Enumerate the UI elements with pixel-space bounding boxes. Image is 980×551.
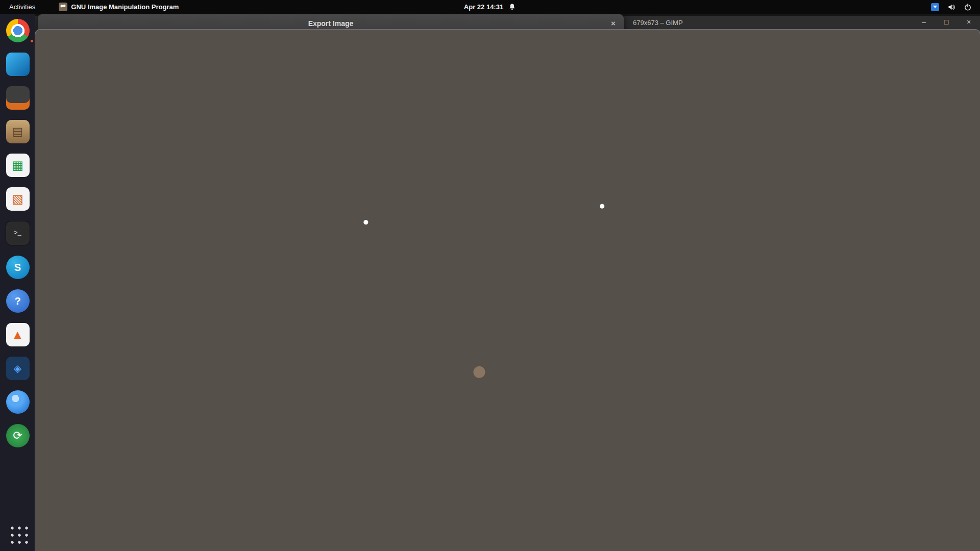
system-tray — [931, 3, 980, 11]
terminal-icon[interactable]: >_ — [6, 221, 30, 245]
clock-label: Apr 22 14:31 — [464, 3, 503, 11]
chromium-browser-icon[interactable] — [6, 390, 30, 414]
libreoffice-impress-icon[interactable]: ▧ — [6, 187, 30, 211]
screen-share-icon[interactable] — [931, 3, 939, 11]
chrome-browser-icon[interactable] — [6, 19, 30, 42]
close-icon[interactable]: × — [607, 17, 619, 29]
gimp-mini-icon — [59, 3, 67, 11]
focused-app-title: GNU Image Manipulation Program — [71, 3, 179, 11]
dock: ▤ ▦ ▧ >_ S ? ▲ ◈ ⟳ — [0, 14, 35, 551]
software-updater-icon[interactable]: ⟳ — [6, 424, 30, 447]
vscode-icon[interactable] — [6, 53, 30, 76]
app-glyph: ▦ — [12, 158, 23, 172]
screen: Activities GNU Image Manipulation Progra… — [0, 0, 980, 551]
app-glyph: ▤ — [12, 125, 23, 138]
app-glyph: >_ — [14, 230, 21, 237]
volume-icon[interactable] — [947, 3, 955, 11]
minimize-button[interactable]: – — [919, 18, 929, 26]
libreoffice-calc-icon[interactable]: ▦ — [6, 154, 30, 177]
help-icon[interactable]: ? — [6, 289, 30, 313]
app-glyph: ▧ — [12, 192, 23, 206]
activities-button[interactable]: Activities — [0, 3, 44, 11]
app-grid-button[interactable] — [8, 523, 28, 544]
close-button[interactable]: × — [964, 18, 974, 26]
vlc-icon[interactable]: ▲ — [6, 323, 30, 346]
skype-icon[interactable]: S — [6, 256, 30, 279]
bell-icon — [508, 3, 516, 11]
text-editor-icon[interactable] — [6, 86, 30, 110]
app-glyph: S — [14, 262, 21, 273]
gimp-icon[interactable] — [35, 30, 980, 551]
gimp-window-title: 679x673 – GIMP — [633, 19, 683, 27]
dialog-title: Export Image — [308, 19, 354, 28]
window-controls: –□× — [919, 18, 974, 26]
app-glyph: ▲ — [12, 328, 24, 342]
files-app-icon[interactable]: ▤ — [6, 120, 30, 143]
top-bar: Activities GNU Image Manipulation Progra… — [0, 0, 980, 14]
app-glyph: ⟳ — [13, 429, 22, 442]
app-glyph: ? — [14, 295, 20, 307]
app-glyph: ◈ — [14, 362, 21, 374]
maximize-button[interactable]: □ — [941, 18, 951, 26]
power-icon[interactable] — [964, 3, 972, 11]
notes-app-icon[interactable]: ◈ — [6, 357, 30, 380]
focused-app-indicator[interactable]: GNU Image Manipulation Program — [59, 3, 179, 11]
clock-area[interactable]: Apr 22 14:31 — [464, 3, 516, 11]
